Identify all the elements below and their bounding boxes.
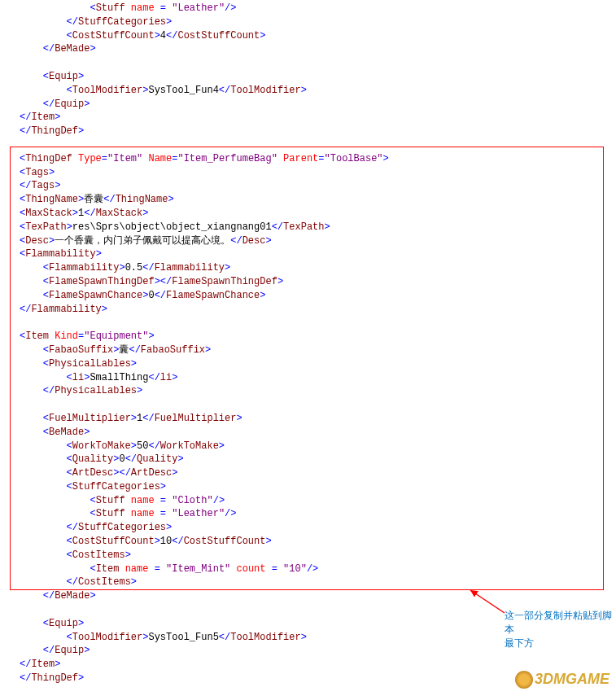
xml-code-block-1: <Stuff name = "Leather"/> </StuffCategor…: [0, 0, 616, 696]
annotation-text: 这一部分复制并粘贴到脚本 最下方: [505, 609, 616, 650]
watermark-icon: [515, 671, 533, 689]
watermark: 3DMGAME: [515, 669, 609, 689]
